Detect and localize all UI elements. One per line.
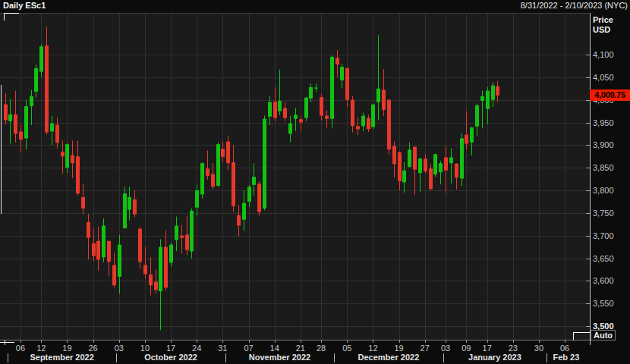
date-tick-label: 21 (291, 344, 310, 353)
candle-body (232, 162, 235, 206)
candle-body (149, 275, 153, 285)
candle-body (96, 241, 100, 259)
candle-body (71, 155, 74, 163)
price-axis-heading: Price USD (593, 15, 613, 35)
candle-body (356, 126, 360, 129)
candle (330, 55, 334, 127)
date-tick-label: 28 (311, 344, 331, 353)
candle-body (55, 124, 59, 143)
date-tick-label: 17 (161, 344, 181, 353)
candle-body (76, 156, 80, 193)
price-tick-label: 3,800 (593, 186, 614, 195)
candle-body (398, 152, 402, 181)
price-tick-label: 3,550 (593, 299, 614, 308)
candle-body (164, 247, 168, 288)
candle-body (65, 144, 69, 168)
price-tick-label: 3,900 (593, 140, 614, 149)
candle-body (268, 102, 272, 117)
candle-body (206, 168, 209, 176)
candle-body (24, 106, 28, 138)
candle-body (330, 57, 334, 119)
candle-body (237, 215, 241, 226)
candle-body (449, 157, 453, 163)
candle-body (252, 177, 256, 185)
candle (257, 181, 261, 215)
date-tick-label: 10 (135, 344, 155, 353)
candle-body (180, 236, 184, 238)
candle-body (304, 98, 308, 118)
candle-body (309, 87, 313, 99)
date-tick-label: 26 (83, 344, 103, 353)
price-tick-label: 3,700 (593, 231, 614, 240)
candle-body (382, 90, 386, 110)
date-tick-label: 30 (529, 344, 549, 353)
candle (263, 116, 266, 211)
chart-window: Daily ESc1 8/31/2022 - 2/10/2023 (NYC) P… (0, 0, 630, 364)
candle-body (133, 199, 137, 215)
candle-body (433, 154, 437, 174)
candle-body (169, 245, 173, 263)
candle-body (200, 163, 204, 194)
date-tick-label: 17 (477, 344, 497, 353)
date-tick-label: 12 (363, 344, 383, 353)
price-axis-heading-currency: USD (593, 25, 613, 35)
candle-body (486, 91, 490, 109)
candle-body (335, 58, 339, 64)
candle-body (283, 108, 287, 118)
candle-body (299, 119, 303, 122)
candle-body (325, 116, 329, 119)
candle-body (263, 119, 266, 209)
candle-body (107, 241, 111, 262)
date-tick-label: 06 (555, 344, 575, 353)
candle-body (226, 142, 230, 164)
candle-body (242, 203, 246, 220)
candle-body (294, 115, 298, 118)
candle-body (429, 168, 433, 189)
candle-body (34, 68, 38, 92)
candle-body (408, 149, 411, 167)
candle-body (211, 174, 215, 187)
date-tick-label: 06 (11, 344, 30, 353)
candle-body (102, 226, 106, 258)
candle-body (424, 158, 427, 171)
candle-body (460, 138, 464, 178)
auto-scale-button[interactable]: Auto (591, 330, 616, 340)
month-label: December 2022 (332, 353, 446, 362)
candle-body (475, 105, 479, 127)
candle-body (185, 234, 189, 249)
candle-body (143, 265, 147, 274)
candle-body (465, 135, 468, 144)
candle (200, 162, 204, 199)
candle-body (154, 282, 158, 290)
candle-body (496, 86, 499, 96)
month-label: October 2022 (114, 353, 228, 362)
chart-date-range: 8/31/2022 - 2/10/2023 (NYC) (521, 1, 628, 10)
price-tick-label: 3,650 (593, 254, 614, 263)
candle-body (351, 100, 354, 127)
candle-body (444, 157, 448, 170)
candle-body (123, 193, 127, 228)
candle-body (39, 46, 43, 71)
candle-body (159, 247, 162, 291)
candle-body (340, 67, 344, 80)
candle-body (221, 149, 225, 157)
candle (190, 209, 194, 259)
date-tick-label: 09 (456, 344, 476, 353)
candle-body (30, 96, 33, 106)
candle-body (392, 146, 396, 165)
date-tick-label: 31 (213, 344, 232, 353)
candle (216, 143, 220, 187)
candle-body (118, 245, 121, 277)
candle-body (138, 229, 142, 262)
candle-body (491, 86, 495, 100)
date-tick-label: 14 (265, 344, 285, 353)
candle-body (371, 105, 375, 127)
date-tick-label: 24 (187, 344, 206, 353)
candle (304, 97, 308, 121)
candle-body (470, 127, 474, 143)
candle-body (92, 243, 96, 256)
date-tick-label: 03 (109, 344, 129, 353)
price-tick-label: 3,750 (593, 209, 614, 218)
date-tick-label: 03 (436, 344, 455, 353)
price-tick-label: 3,950 (593, 118, 614, 127)
